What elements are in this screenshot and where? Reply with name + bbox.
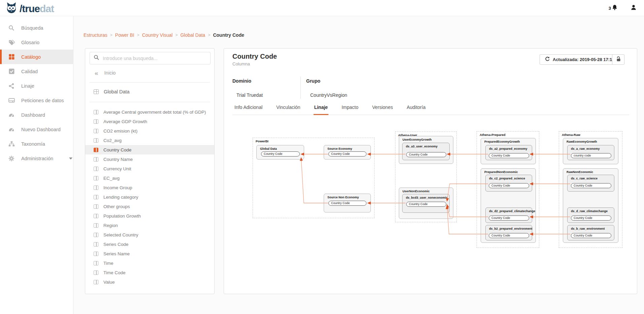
lineage-node-source-non-economy[interactable]: Source Non Economy Country Code [324, 194, 371, 212]
lineage-field-pill[interactable]: Country Code [489, 216, 529, 221]
breadcrumb-link-global-data[interactable]: Global Data [180, 32, 205, 38]
list-item[interactable]: Currency Unit [85, 164, 214, 173]
lineage-node-user-non-economic[interactable]: UserNonEconomic ds_bcd3_user_noneconomic… [399, 188, 453, 219]
lineage-node-user-economy-growth[interactable]: UserEconmyGrowth ds_a3_user_economy Coun… [399, 136, 453, 164]
breadcrumb-separator: > [208, 33, 210, 37]
column-icon [94, 204, 98, 209]
lineage-table-ds-b-raw-environment[interactable]: ds_b_raw_environment Country Code [567, 225, 614, 240]
lineage-table-ds-a2-prepared-economy[interactable]: ds_a2_prepared_economy Country Code [485, 145, 532, 160]
lineage-node-global-data[interactable]: Global Data Country Code [256, 145, 304, 160]
unlock-button[interactable] [612, 54, 624, 65]
column-icon [94, 148, 98, 152]
tab-auditoria[interactable]: Auditoría [406, 103, 426, 115]
list-item[interactable]: Average Central government debt total (%… [85, 107, 214, 117]
lineage-field-pill[interactable]: Country Code [406, 202, 446, 207]
sidebar-item-administracion[interactable]: Administración [0, 151, 73, 166]
lineage-node-source-economy[interactable]: Source Economy Country Code [324, 145, 371, 160]
list-item[interactable]: Other groups [85, 202, 214, 211]
refresh-updated-button[interactable]: Actualizada: 2019-05-28 17:10 [540, 54, 620, 65]
tab-linaje[interactable]: Linaje [314, 103, 328, 115]
lineage-table-ds-c-raw-science[interactable]: ds_c_raw_science Country Code [567, 175, 614, 192]
list-item[interactable]: Selected Country [85, 230, 214, 239]
sidebar-item-glosario[interactable]: Glosario [0, 35, 73, 50]
breadcrumb-link-estructuras[interactable]: Estructuras [84, 32, 107, 38]
sidebar-item-calidad[interactable]: Calidad [0, 64, 73, 79]
lineage-table-ds-b2-prepared-environment[interactable]: ds_b2_prepared_environment Country Code [485, 225, 532, 240]
lineage-field-pill[interactable]: Country Code [571, 183, 611, 188]
list-item-selected[interactable]: Country Code [85, 145, 214, 154]
chevron-down-icon [69, 158, 72, 160]
column-icon [94, 270, 98, 275]
lineage-field-pill[interactable]: Country Code [261, 151, 300, 156]
lineage-table-ds-a-raw-economy[interactable]: ds_a_raw_economy country code [567, 145, 614, 160]
gauge-icon [8, 126, 15, 133]
detail-tabs: Info Adicional Vinculación Linaje Impact… [232, 103, 629, 115]
field-dominio: Dominio Trial Truedat [232, 77, 300, 99]
sidebar-item-taxonomia[interactable]: Taxonomía [0, 137, 73, 151]
breadcrumb-separator: > [137, 33, 139, 37]
lineage-field-pill[interactable]: Country Code [571, 233, 611, 238]
breadcrumb-link-country-visual[interactable]: Country Visual [142, 32, 173, 38]
lineage-node-prepared-non-economic[interactable]: PreparedNonEconomic ds_c2_prepared_scien… [481, 168, 536, 243]
app-root: /truedat 3 [0, 0, 644, 314]
list-item[interactable]: Region [85, 221, 214, 230]
sidebar-item-peticiones[interactable]: Peticiones de datos [0, 93, 73, 108]
list-item[interactable]: Country Name [85, 154, 214, 164]
breadcrumb-separator: > [110, 33, 112, 37]
lineage-field-pill[interactable]: Country Code [489, 153, 529, 158]
divider [90, 82, 210, 83]
lineage-table-ds-d2-prepared-climatechange[interactable]: ds_d2_prepared_climatechange Country Cod… [485, 207, 532, 223]
tab-versiones[interactable]: Versiones [372, 103, 393, 115]
list-item[interactable]: Average GDP Growth [85, 117, 214, 126]
lineage-field-pill[interactable]: Country Code [571, 216, 611, 221]
tab-vinculacion[interactable]: Vinculación [276, 103, 301, 115]
lineage-field-pill[interactable]: Country Code [328, 151, 366, 156]
list-item[interactable]: Time Code [85, 268, 214, 277]
lineage-table-ds-bcd3-user-noneconomic[interactable]: ds_bcd3_user_noneconomic Country Code [402, 194, 450, 213]
bell-icon [612, 4, 618, 12]
list-item[interactable]: CO2 emision (kt) [85, 126, 214, 136]
parent-structure-global-data[interactable]: Global Data [85, 85, 214, 98]
user-menu-button[interactable] [631, 4, 637, 12]
list-item[interactable]: Population Growth [85, 211, 214, 221]
owl-icon [5, 1, 18, 16]
lineage-table-ds-c2-prepared-science[interactable]: ds_c2_prepared_science Country Code [485, 175, 532, 192]
lineage-node-raw-non-economic[interactable]: RawNonEconomic ds_c_raw_science Country … [563, 168, 618, 243]
grid-icon [8, 54, 15, 60]
detail-fields: Dominio Trial Truedat Grupo CountryVsReg… [232, 77, 347, 99]
sidebar-item-dashboard[interactable]: Dashboard [0, 108, 73, 122]
check-square-icon [8, 68, 15, 75]
lineage-table-ds-d-raw-climatechange[interactable]: ds_d_raw_climatechange Country Code [567, 207, 614, 223]
lineage-table-ds-a3-user-economy[interactable]: ds_a3_user_economy Country Code [402, 143, 450, 160]
lineage-field-pill[interactable]: Country Code [328, 201, 366, 206]
lineage-field-pill[interactable]: Country Code [406, 152, 446, 157]
lineage-field-pill[interactable]: Country Code [489, 183, 529, 188]
tab-impacto[interactable]: Impacto [341, 103, 359, 115]
lineage-field-pill[interactable]: country code [571, 153, 611, 158]
sidebar-item-nuevo-dashboard[interactable]: Nuevo Dashboard [0, 122, 73, 137]
truedat-logo[interactable]: /truedat [5, 1, 54, 16]
notifications-button[interactable]: 3 [609, 4, 618, 12]
list-item[interactable]: Series Code [85, 239, 214, 249]
list-item[interactable]: EC_avg [85, 173, 214, 183]
list-item[interactable]: Time [85, 258, 214, 268]
column-icon [94, 138, 98, 143]
list-item[interactable]: Value [85, 277, 214, 287]
back-to-inicio[interactable]: « Inicio [95, 66, 116, 80]
breadcrumb-current: Country Code [213, 32, 244, 38]
tab-info-adicional[interactable]: Info Adicional [234, 103, 263, 115]
column-icon [94, 252, 98, 256]
list-item[interactable]: Co2_avg [85, 136, 214, 145]
sidebar-item-busqueda[interactable]: Búsqueda [0, 21, 73, 35]
breadcrumb-link-powerbi[interactable]: Power BI [115, 32, 134, 38]
list-item[interactable]: Lending category [85, 192, 214, 202]
database-icon [8, 97, 15, 104]
lineage-node-prepared-economy-growth[interactable]: PreparedEconmyGrowth ds_a2_prepared_econ… [481, 138, 536, 164]
lineage-node-raw-economy-growth[interactable]: RawEconomyGrowth ds_a_raw_economy countr… [563, 138, 618, 164]
sidebar-item-catalogo[interactable]: Catálogo [0, 50, 73, 64]
list-item[interactable]: Income Group [85, 183, 214, 192]
sidebar-item-linaje[interactable]: Linaje [0, 79, 73, 93]
search-input[interactable] [103, 56, 200, 61]
list-item[interactable]: Series Name [85, 249, 214, 258]
lineage-field-pill[interactable]: Country Code [489, 233, 529, 238]
